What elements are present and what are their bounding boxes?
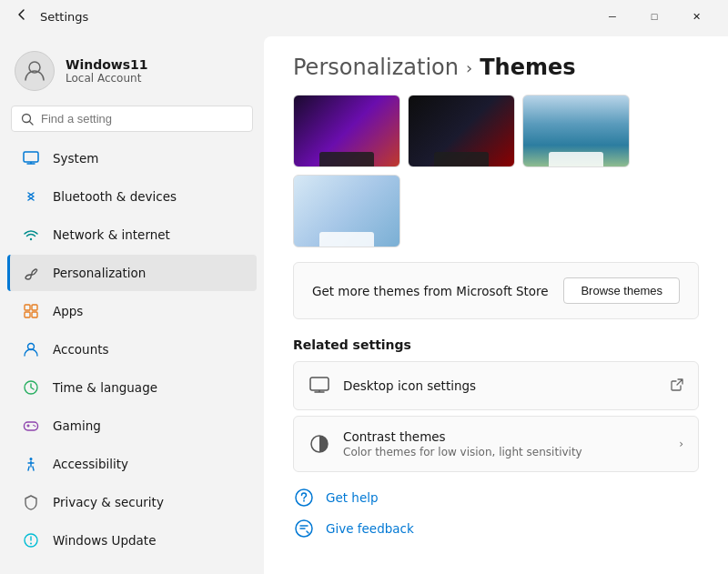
sidebar: Windows11 Local Account System: [0, 33, 264, 574]
breadcrumb: Personalization › Themes: [293, 36, 699, 95]
sidebar-label-update: Windows Update: [53, 533, 156, 548]
app-body: Windows11 Local Account System: [0, 33, 728, 574]
sidebar-item-network[interactable]: Network & internet: [7, 217, 257, 253]
theme-card-floral[interactable]: [293, 175, 400, 247]
search-box[interactable]: [11, 106, 253, 132]
sidebar-item-apps[interactable]: Apps: [7, 293, 257, 329]
give-feedback-label: Give feedback: [326, 521, 414, 536]
sidebar-item-update[interactable]: Windows Update: [7, 522, 257, 559]
svg-rect-9: [25, 312, 30, 317]
back-button[interactable]: [11, 4, 33, 29]
contrast-themes-item[interactable]: Contrast themes Color themes for low vis…: [293, 416, 699, 472]
get-help-label: Get help: [326, 490, 379, 505]
svg-point-6: [30, 238, 32, 240]
sidebar-label-bluetooth: Bluetooth & devices: [53, 189, 177, 204]
wifi-icon: [22, 226, 40, 244]
user-name: Windows11: [66, 57, 148, 72]
desktop-icon: [308, 375, 330, 397]
chevron-right-icon: ›: [679, 438, 683, 450]
contrast-themes-text: Contrast themes Color themes for low vis…: [343, 429, 582, 458]
apps-icon: [22, 302, 40, 320]
brush-icon: [22, 264, 40, 282]
user-subtitle: Local Account: [66, 72, 148, 85]
content-area: Personalization › Themes Get more themes…: [264, 36, 728, 574]
svg-rect-3: [24, 152, 38, 162]
svg-point-16: [33, 425, 35, 427]
search-input[interactable]: [41, 112, 243, 126]
theme-taskbar: [549, 152, 603, 166]
titlebar: Settings ─ □ ✕: [0, 0, 728, 33]
contrast-themes-label: Contrast themes: [343, 429, 582, 444]
svg-rect-8: [32, 305, 37, 310]
svg-point-18: [30, 458, 33, 460]
sidebar-item-personalization[interactable]: Personalization: [7, 255, 257, 291]
help-section: Get help Give feedback: [293, 487, 699, 539]
user-info: Windows11 Local Account: [66, 57, 148, 85]
sidebar-item-privacy[interactable]: Privacy & security: [7, 484, 257, 520]
sidebar-label-accessibility: Accessibility: [53, 457, 128, 471]
titlebar-left: Settings: [11, 4, 88, 29]
sidebar-label-time: Time & language: [53, 380, 157, 395]
close-button[interactable]: ✕: [675, 0, 717, 33]
svg-rect-7: [25, 305, 30, 310]
theme-card-lake[interactable]: [522, 95, 630, 167]
help-circle-icon: [293, 487, 315, 509]
browse-themes-button[interactable]: Browse themes: [563, 277, 680, 304]
breadcrumb-parent: Personalization: [293, 55, 459, 80]
related-settings-title: Related settings: [293, 337, 699, 352]
sidebar-label-personalization: Personalization: [53, 266, 146, 280]
contrast-themes-sublabel: Color themes for low vision, light sensi…: [343, 446, 582, 458]
store-section: Get more themes from Microsoft Store Bro…: [293, 262, 699, 319]
desktop-icon-settings-item[interactable]: Desktop icon settings: [293, 361, 699, 410]
svg-line-2: [30, 121, 34, 125]
svg-point-20: [30, 543, 32, 545]
titlebar-title: Settings: [40, 10, 88, 24]
svg-rect-10: [32, 312, 37, 317]
svg-rect-21: [310, 378, 329, 390]
theme-taskbar: [319, 232, 374, 247]
sidebar-item-bluetooth[interactable]: Bluetooth & devices: [7, 178, 257, 215]
contrast-icon: [308, 433, 330, 455]
user-section: Windows11 Local Account: [0, 40, 264, 106]
sidebar-label-system: System: [53, 151, 98, 166]
related-settings-section: Related settings Desktop icon settings: [293, 337, 699, 472]
theme-taskbar: [434, 152, 489, 166]
sidebar-item-time[interactable]: Time & language: [7, 369, 257, 406]
sidebar-label-network: Network & internet: [53, 227, 170, 242]
accessibility-icon: [22, 455, 40, 473]
give-feedback-link[interactable]: Give feedback: [293, 518, 699, 539]
external-link-icon: [671, 378, 683, 394]
sidebar-item-accessibility[interactable]: Accessibility: [7, 446, 257, 482]
settings-item-left: Desktop icon settings: [308, 375, 476, 397]
maximize-button[interactable]: □: [633, 0, 675, 33]
feedback-icon: [293, 518, 315, 539]
sidebar-label-accounts: Accounts: [53, 342, 109, 357]
search-icon: [21, 113, 34, 126]
titlebar-controls: ─ □ ✕: [592, 0, 717, 33]
bluetooth-icon: [22, 187, 40, 206]
shield-icon: [22, 493, 40, 511]
get-help-link[interactable]: Get help: [293, 487, 699, 509]
sidebar-item-accounts[interactable]: Accounts: [7, 331, 257, 368]
gamepad-icon: [22, 417, 40, 435]
sidebar-item-system[interactable]: System: [7, 140, 257, 176]
desktop-icon-label: Desktop icon settings: [343, 378, 476, 393]
svg-point-17: [35, 426, 36, 428]
sidebar-label-privacy: Privacy & security: [53, 495, 164, 509]
avatar: [15, 51, 55, 91]
person-icon: [22, 340, 40, 358]
breadcrumb-separator: ›: [466, 58, 472, 77]
sidebar-label-gaming: Gaming: [53, 418, 101, 433]
store-text: Get more themes from Microsoft Store: [312, 284, 549, 298]
minimize-button[interactable]: ─: [592, 0, 633, 33]
sidebar-item-gaming[interactable]: Gaming: [7, 408, 257, 444]
monitor-icon: [22, 149, 40, 167]
clock-icon: [22, 378, 40, 397]
update-icon: [22, 531, 40, 549]
theme-card-dark-red[interactable]: [408, 95, 515, 167]
sidebar-label-apps: Apps: [53, 304, 83, 318]
theme-taskbar: [319, 152, 374, 166]
breadcrumb-current: Themes: [480, 55, 575, 80]
theme-card-purple[interactable]: [293, 95, 400, 167]
themes-grid: [293, 95, 699, 247]
